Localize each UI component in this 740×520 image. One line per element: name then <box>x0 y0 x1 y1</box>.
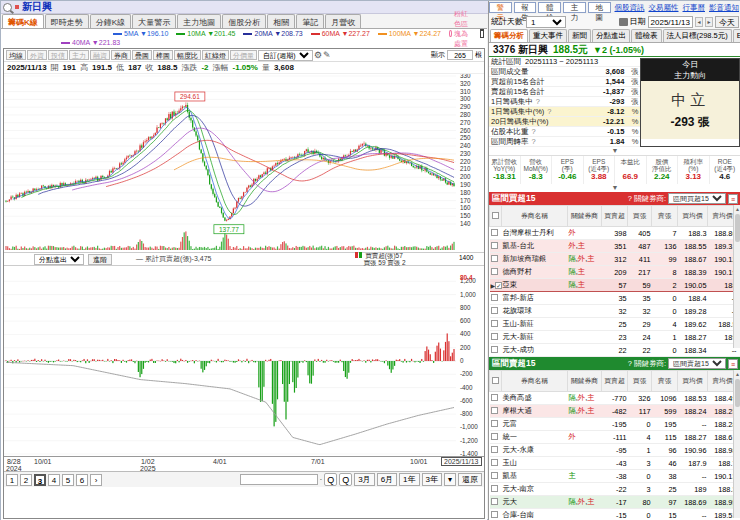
help-icon[interactable]: ? <box>628 194 632 203</box>
col-header-3[interactable]: 買張 <box>628 206 652 227</box>
page-button-5[interactable]: 5 <box>62 474 74 486</box>
row-select-cell[interactable] <box>490 509 502 520</box>
row-select-cell[interactable] <box>490 457 502 470</box>
overlay-button-0[interactable]: 均線 <box>6 50 26 60</box>
row-select-cell[interactable] <box>490 266 502 279</box>
top-button-1[interactable]: 報告 <box>514 2 537 13</box>
row-checkbox[interactable] <box>491 420 498 427</box>
overlay-button-4[interactable]: 融資 <box>90 50 110 60</box>
chart-tab-7[interactable]: 筆記 <box>296 14 324 28</box>
top-button-4[interactable]: 地圖 <box>588 2 611 13</box>
row-checkbox[interactable] <box>491 320 498 327</box>
chart-tab-5[interactable]: 個股分析 <box>222 14 266 28</box>
row-select-cell[interactable] <box>490 470 502 483</box>
collapse-arrow[interactable]: ▼ <box>489 147 740 155</box>
chart-tab-4[interactable]: 主力地圖 <box>177 14 221 28</box>
gear-icon[interactable]: ⚙ <box>314 50 322 60</box>
overlay-button-8[interactable]: 幅度比 <box>174 50 201 60</box>
stats-tab-2[interactable]: 新聞 <box>568 29 591 42</box>
chart-tab-2[interactable]: 分鐘K線 <box>90 14 131 28</box>
col-header-0[interactable]: 券商名稱 <box>502 371 568 392</box>
row-checkbox[interactable] <box>491 472 498 479</box>
range-button-5[interactable]: 還原 <box>458 473 482 486</box>
date-field[interactable]: 2025/11/13 <box>648 16 693 28</box>
snapshot-icon[interactable] <box>619 18 628 26</box>
page-button-3[interactable]: 3 <box>34 474 46 486</box>
pencil-icon[interactable]: ✎ <box>323 50 331 60</box>
broker-row[interactable]: 元大-新莊23241188.2718925-5 <box>490 331 740 344</box>
link-0[interactable]: 個股資訊 <box>615 3 645 13</box>
col-header-3[interactable]: 買張 <box>628 371 652 392</box>
top-button-3[interactable]: 主力 <box>563 2 586 13</box>
period-select[interactable]: 自訂(週期) <box>258 50 313 61</box>
link-3[interactable]: 影音通知 <box>709 3 739 13</box>
broker-row[interactable]: 元富-1950195--188.28195-4 <box>490 418 740 431</box>
col-header-4[interactable]: 賣張 <box>652 206 678 227</box>
help-icon[interactable]: ? <box>532 127 536 136</box>
broker-row[interactable]: 合庫-台南-15015--189.53155 <box>490 509 740 520</box>
help-icon-2[interactable]: ? <box>628 359 632 368</box>
link-1[interactable]: 交易屬性 <box>649 3 679 13</box>
chart-tab-6[interactable]: 相關 <box>267 14 295 28</box>
row-checkbox[interactable] <box>491 255 498 262</box>
range-button-0[interactable]: 3月 <box>354 473 374 486</box>
overlay-button-7[interactable]: 棒圖 <box>153 50 173 60</box>
help-icon[interactable]: ? <box>536 97 540 106</box>
broker-flow-chart[interactable]: 1,2001,0008006004002000-200-400-600-800-… <box>4 266 484 456</box>
row-select-cell[interactable] <box>490 344 502 357</box>
select-all-header[interactable] <box>490 206 502 227</box>
broker-row[interactable]: 統一外-1114115188.27188.611191 <box>490 431 740 444</box>
chart-tab-1[interactable]: 即時走勢 <box>45 14 89 28</box>
row-select-cell[interactable] <box>490 253 502 266</box>
select-all-header[interactable] <box>490 371 502 392</box>
sell-broker-select[interactable]: 區間賣超15 <box>668 358 726 369</box>
overlay-button-1[interactable]: 外資 <box>27 50 47 60</box>
row-select-cell[interactable] <box>490 483 502 496</box>
broker-row[interactable]: 元大-成功22220188.34--22-1 <box>490 344 740 357</box>
row-checkbox[interactable]: ✓ <box>495 282 501 289</box>
range-button-1[interactable]: 6月 <box>377 473 397 486</box>
checkbox[interactable] <box>492 212 499 219</box>
overlay-button-6[interactable]: 疊圖 <box>132 50 152 60</box>
checkbox[interactable] <box>492 377 499 384</box>
row-select-cell[interactable] <box>490 318 502 331</box>
stats-tab-4[interactable]: 體檢表 <box>631 29 662 42</box>
row-select-cell[interactable] <box>490 227 502 240</box>
row-checkbox[interactable] <box>491 407 498 414</box>
row-checkbox[interactable] <box>491 268 498 275</box>
row-checkbox[interactable] <box>491 394 498 401</box>
date-prev-button[interactable]: ◂ <box>695 17 703 27</box>
col-header-2[interactable]: 買賣超 <box>602 206 628 227</box>
broker-row[interactable]: 德商野村隔,主2092178188.39190.192254 <box>490 266 740 279</box>
advanced-button[interactable]: 進階 <box>88 254 112 265</box>
stats-tab-6[interactable]: ETF <box>733 29 740 42</box>
link-2[interactable]: 行事曆 <box>683 3 706 13</box>
page-button-6[interactable]: 6 <box>76 474 88 486</box>
zoom-scroll-track[interactable] <box>240 474 318 485</box>
col-header-1[interactable]: 關鍵券商 <box>568 206 602 227</box>
top-button-2[interactable]: 體檢 <box>538 2 561 13</box>
stats-tab-1[interactable]: 重大事件 <box>529 29 567 42</box>
row-checkbox[interactable] <box>491 307 498 314</box>
broker-row[interactable]: ▶✓亞東隔,主57592190.0518861-9 <box>490 279 740 292</box>
stats-tab-0[interactable]: 籌碼分析 <box>490 29 528 42</box>
overlay-button-10[interactable]: 分價量 <box>230 50 257 60</box>
overlay-button-9[interactable]: 紅綠燈 <box>202 50 229 60</box>
row-select-cell[interactable] <box>490 496 502 509</box>
range-button-3[interactable]: 3年 <box>422 473 442 486</box>
row-select-cell[interactable] <box>490 405 502 418</box>
clipboard-icon[interactable] <box>480 29 484 38</box>
row-checkbox[interactable] <box>491 459 498 466</box>
stats-tab-3[interactable]: 分點進出 <box>592 29 630 42</box>
page-button-2[interactable]: 2 <box>20 474 32 486</box>
broker-row[interactable]: 元大隔,外,主-178097188.69188.951773 <box>490 496 740 509</box>
chart-tab-0[interactable]: 籌碼K線 <box>2 14 44 28</box>
row-select-cell[interactable]: ▶✓ <box>490 279 502 292</box>
broker-row[interactable]: 凱基主-38038--190.13386 <box>490 470 740 483</box>
row-select-cell[interactable] <box>490 418 502 431</box>
row-select-cell[interactable] <box>490 240 502 253</box>
row-select-cell[interactable] <box>490 331 502 344</box>
page-button-›[interactable]: › <box>90 474 102 486</box>
row-checkbox[interactable] <box>491 333 498 340</box>
col-header-2[interactable]: 買賣超 <box>602 371 628 392</box>
